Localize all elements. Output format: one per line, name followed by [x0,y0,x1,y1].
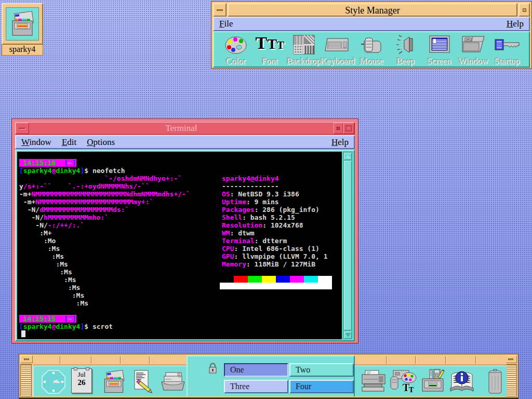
panel-calendar-icon[interactable]: Jul26 [71,368,92,393]
minimize-icon [337,127,340,130]
desktop-icon-sparky4[interactable]: sparky4 [2,3,43,56]
panel-left-zone: Jul26 [33,365,187,396]
workspace-button-three[interactable]: Three [224,380,288,393]
neofetch-info: sparky4@dinky4--------------OS: NetBSD 9… [220,175,332,289]
style-manager-item-backdrop[interactable]: Backdrop [287,33,321,66]
panel-help-icon[interactable] [447,368,476,395]
terminal-line: :Ms [17,252,190,260]
panel-file-manager-icon[interactable] [100,368,127,395]
terminal-text-area[interactable]: 14:15:10 [~][sparky4@dinky4]$ neofetch `… [17,152,342,339]
style-manager-item-label: Window [458,56,488,66]
minimize-button[interactable] [334,123,343,134]
style-manager-title: Style Manager [228,3,517,17]
workspace-button-one[interactable]: One [224,363,288,377]
panel-style-manager-icon[interactable]: TT [389,368,418,395]
style-manager-item-label: Mouse [360,56,383,66]
startup-icon [494,33,521,56]
style-manager-item-mouse[interactable]: Mouse [355,33,388,66]
workspace-button-two[interactable]: Two [289,363,354,377]
neofetch-info-line: CPU: Intel 686-class (1) [220,245,332,252]
neofetch-info-line: Uptime: 9 mins [220,198,332,206]
scroll-down-arrow-icon[interactable] [344,331,352,339]
color-palette-row-2 [220,283,332,289]
terminal-line: :Ms [17,245,190,252]
style-manager-item-screen[interactable]: Screen [423,33,456,66]
terminal-line: :Ms [17,276,190,284]
menu-file[interactable]: File [214,18,238,30]
style-manager-item-startup[interactable]: Startup [490,33,524,66]
workspace-switcher: EXIT OneTwoThreeFour [187,355,355,396]
calendar-day: 26 [72,378,91,387]
maximize-icon [345,125,352,131]
style-manager-menubar: File Help [213,17,530,31]
panel-minimize-left-button[interactable] [20,355,33,363]
style-manager-item-label: Screen [427,56,451,66]
terminal-line: -N/hMMMMMMMMMMmho:` [17,214,190,221]
style-manager-item-label: Keyboard [320,56,355,66]
style-manager-item-font[interactable]: TTTFont [253,33,286,66]
style-manager-item-label: Backdrop [286,56,321,66]
mouse-icon [360,33,383,56]
style-manager-window: Style Manager File Help ColorTTTFontBack… [211,1,532,69]
terminal-line: :Ms [17,291,190,299]
neofetch-info-line: -------------- [220,182,332,190]
terminal-title: Terminal [29,123,334,134]
color-palette-icon [224,33,248,56]
minimize-icon [523,8,526,12]
menu-window[interactable]: Window [16,136,57,149]
beep-icon [394,33,417,56]
calendar-page: Jul26 [71,368,92,393]
terminal-line: :Ms [17,260,190,268]
menu-edit[interactable]: Edit [57,136,82,149]
panel-text-editor-icon[interactable] [128,368,155,395]
panel-app-manager-icon[interactable] [418,368,447,395]
scroll-up-arrow-icon[interactable] [344,153,352,160]
terminal-line: `-/oshdmNMNdhyo+:-` [17,175,190,182]
lock-icon[interactable] [208,363,217,376]
style-manager-item-keyboard[interactable]: Keyboard [321,33,354,66]
window-menu-dash-icon [217,9,223,11]
terminal-line: -N/-:/++/:.` [17,221,190,229]
style-manager-icon-row: ColorTTTFontBackdropKeyboardMouseBeepScr… [213,31,530,68]
panel-mail-icon[interactable] [158,368,188,394]
menu-help[interactable]: Help [326,136,354,149]
window-menu-button[interactable] [213,3,227,17]
terminal-line: :M+ [17,229,190,237]
terminal-titlebar[interactable]: Terminal [15,122,355,135]
maximize-button[interactable] [343,123,354,134]
neofetch-info-line: Shell: bash 5.2.15 [220,214,332,221]
terminal-line: -N/dMMMMMMMMMMMMMMMMMds:` [17,206,190,214]
panel-printer-icon[interactable] [359,368,388,394]
terminal-line: 14:15:10 [~] [17,159,190,167]
style-manager-item-beep[interactable]: Beep [389,33,422,66]
terminal-output: 14:15:10 [~][sparky4@dinky4]$ neofetch `… [17,159,190,338]
terminal-window: Terminal Window Edit Options Help 14:15:… [11,118,358,343]
scrollbar-thumb[interactable] [344,161,352,330]
svg-text:T: T [409,386,414,394]
desktop-icon-frame[interactable] [2,3,43,45]
file-cabinet-icon [6,7,39,41]
style-manager-item-window[interactable]: Window [457,33,490,66]
panel-handle-left[interactable] [20,364,32,396]
workspace-button-four[interactable]: Four [289,380,354,393]
style-manager-item-color[interactable]: Color [219,33,252,66]
style-manager-titlebar[interactable]: Style Manager [213,3,530,17]
style-manager-item-label: Startup [494,56,520,66]
window-menu-button[interactable] [16,123,29,134]
style-manager-item-label: Color [226,56,246,66]
menu-help[interactable]: Help [501,18,529,30]
terminal-line: :Mo [17,237,190,245]
terminal-line: [sparky4@dinky4]$ neofetch [17,167,190,175]
font-icon: TTT [256,33,284,56]
backdrop-icon [292,33,316,56]
minimize-button[interactable] [518,3,530,17]
menu-options[interactable]: Options [82,136,120,149]
panel-clock-icon[interactable] [40,368,67,395]
terminal-line: -m+NMMMMMMMMMMMMMMMMMMMMMMMmy+:` [17,198,190,206]
neofetch-info-line: Packages: 286 (pkg_info) [220,206,332,214]
terminal-line [17,307,190,315]
terminal-scrollbar[interactable] [343,152,353,339]
panel-right-zone: TT [355,365,507,396]
front-panel: Jul26 EXIT OneTwoThreeFour TT [19,354,518,399]
panel-trash-icon[interactable] [485,368,506,395]
